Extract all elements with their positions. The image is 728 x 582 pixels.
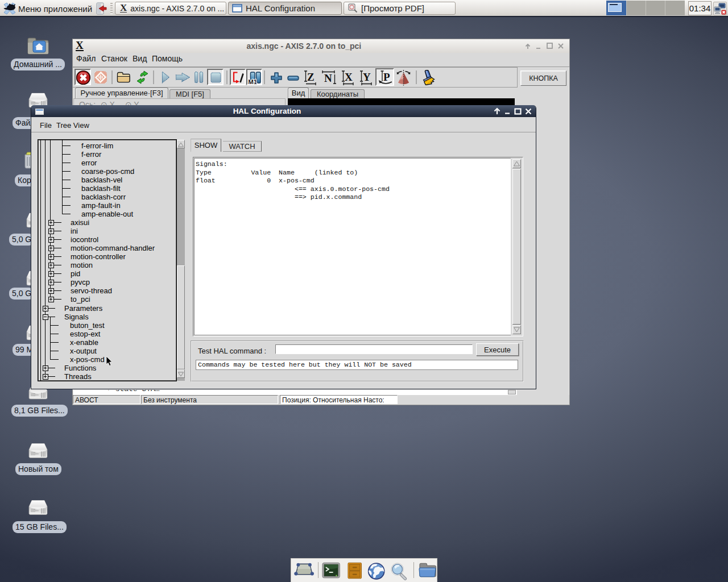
svg-text:M1: M1	[249, 78, 257, 85]
svg-text:N: N	[324, 72, 332, 84]
svg-text:X: X	[345, 71, 353, 83]
svg-text:P: P	[383, 71, 390, 83]
svg-text:Y: Y	[363, 71, 371, 83]
svg-text:Z: Z	[307, 71, 315, 83]
